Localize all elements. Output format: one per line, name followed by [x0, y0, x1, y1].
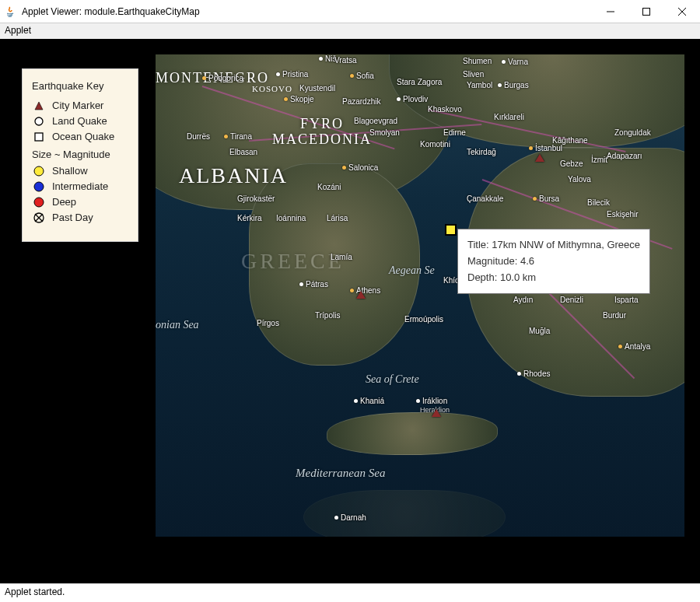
svg-point-8: [34, 182, 44, 191]
legend-panel: Earthquake Key City Marker Land Quake Oc…: [22, 68, 138, 242]
city-adapazari: Adapazarı: [607, 152, 642, 160]
maximize-button[interactable]: [628, 0, 664, 23]
city-burdur: Burdur: [603, 311, 626, 320]
country-label-albania: ALBANIA: [179, 163, 288, 188]
city-kerkira: Kérkira: [237, 214, 262, 222]
city-pazardzhik: Pazardzhik: [342, 97, 380, 106]
city-antalya: Antalya: [618, 342, 650, 351]
city-darnah: Darnah: [334, 513, 366, 522]
city-denizli: Denizli: [560, 296, 583, 304]
city-aydin: Aydın: [513, 296, 533, 304]
circle-red-icon: [32, 197, 46, 208]
java-icon: [5, 5, 17, 18]
city-tirana: Tirana: [224, 132, 252, 141]
city-smolyan: Smolyan: [369, 128, 400, 137]
country-label-kosovo: KOSOVO: [252, 84, 292, 93]
city-rhodes: Rhodes: [517, 369, 550, 378]
window-controls: [593, 0, 700, 23]
sea-label-crete: Sea of Crete: [366, 373, 419, 386]
city-yalova: Yalova: [568, 175, 591, 184]
city-khaskovo: Khaskovo: [428, 105, 462, 114]
city-izmit: İzmit: [591, 156, 607, 164]
city-larisa: Lárisa: [327, 214, 348, 222]
close-button[interactable]: [664, 0, 700, 23]
city-ioannina: Ioánnina: [276, 214, 306, 222]
city-kozani: Kozáni: [317, 183, 341, 191]
city-kyustendil: Kyustendil: [299, 84, 335, 93]
city-ermoupolis: Ermoúpolis: [404, 315, 443, 324]
legend-item-shallow: Shallow: [32, 165, 128, 177]
tooltip-depth: Depth: 10.0 km: [467, 270, 640, 286]
quake-tooltip: Title: 17km NNW of Mithymna, Greece Magn…: [457, 229, 650, 294]
circle-x-icon: [32, 212, 46, 223]
city-durres: Durrës: [187, 132, 210, 141]
minimize-button[interactable]: [593, 0, 628, 23]
city-vratsa: Vratsa: [334, 56, 357, 65]
svg-point-9: [34, 198, 44, 207]
city-bilecik: Bilecik: [587, 198, 610, 207]
city-edirne: Edirne: [443, 128, 466, 137]
city-zonguldak: Zonguldak: [614, 128, 651, 137]
city-plovdiv: Plovdiv: [397, 95, 428, 103]
city-kirklareli: Kırklareli: [494, 113, 524, 121]
svg-marker-4: [35, 102, 43, 110]
city-sofia: Sofia: [350, 72, 374, 80]
city-varna: Varna: [502, 58, 528, 66]
legend-label: Shallow: [52, 165, 88, 177]
svg-rect-6: [35, 133, 43, 141]
city-lamia: Lamía: [331, 253, 352, 261]
legend-label: Ocean Quake: [52, 131, 114, 142]
city-mugla: Muğla: [529, 327, 550, 335]
window-titlebar: Applet Viewer: module.EarthquakeCityMap: [0, 0, 700, 23]
city-istanbul: İstanbul: [529, 144, 562, 152]
legend-label: Deep: [52, 196, 76, 208]
tooltip-title: Title: 17km NNW of Mithymna, Greece: [467, 237, 640, 254]
city-khania: Khaniá: [354, 397, 384, 405]
city-gjirokaster: Gjirokastër: [237, 194, 275, 203]
sea-label-med: Mediterranean Sea: [296, 467, 385, 480]
menubar: Applet: [0, 23, 700, 39]
city-elbasan: Elbasan: [229, 148, 257, 156]
legend-label: Past Day: [52, 212, 93, 223]
city-yambol: Yambol: [467, 81, 492, 89]
legend-title: Earthquake Key: [32, 80, 128, 92]
city-eskisehir: Eskişehir: [607, 210, 639, 219]
sea-label-aegean: Aegean Se: [389, 264, 435, 277]
legend-size-note: Size ~ Magnitude: [32, 149, 128, 160]
legend-label: City Marker: [52, 100, 103, 111]
city-burgas: Burgas: [498, 81, 529, 89]
map-background: [156, 54, 684, 537]
city-shumen: Shumen: [463, 57, 492, 65]
tooltip-magnitude: Magnitude: 4.6: [467, 254, 640, 270]
city-skopje: Skopje: [284, 95, 314, 103]
city-isparta: Isparta: [614, 296, 639, 304]
legend-item-past-day: Past Day: [32, 212, 128, 223]
legend-item-intermediate: Intermediate: [32, 180, 128, 192]
city-marker-athens[interactable]: [356, 291, 366, 299]
sea-label-ionian: onian Sea: [156, 319, 199, 331]
city-kagithane: Kâğıthane: [552, 136, 588, 145]
city-blagoevgrad: Blagoevgrad: [354, 117, 397, 125]
square-outline-icon: [32, 132, 46, 142]
city-tripolis: Trípolis: [315, 311, 340, 320]
legend-label: Intermediate: [52, 180, 108, 192]
city-marker-istanbul[interactable]: [535, 154, 544, 162]
city-pirgos: Pírgos: [257, 319, 279, 327]
triangle-icon: [32, 101, 46, 110]
map-viewport[interactable]: ALBANIA MONTENEGRO KOSOVO FYRO MACEDONIA…: [156, 54, 684, 537]
legend-item-land-quake: Land Quake: [32, 115, 128, 127]
legend-item-ocean-quake: Ocean Quake: [32, 131, 128, 142]
ocean-quake-marker-selected[interactable]: [445, 224, 457, 236]
city-patras: Pátras: [299, 280, 328, 289]
city-gebze: Gebze: [560, 159, 583, 168]
city-sliven: Sliven: [463, 70, 484, 79]
city-bursa: Bursa: [533, 194, 559, 203]
circle-yellow-icon: [32, 166, 46, 177]
menu-applet[interactable]: Applet: [5, 25, 31, 36]
circle-outline-icon: [32, 117, 46, 126]
city-marker-iraklion[interactable]: [432, 409, 441, 417]
city-komotini: Komotini: [420, 140, 450, 149]
status-text: Applet started.: [5, 586, 65, 597]
applet-canvas: Earthquake Key City Marker Land Quake Oc…: [0, 39, 700, 583]
city-canakkale: Çanakkale: [467, 194, 503, 203]
